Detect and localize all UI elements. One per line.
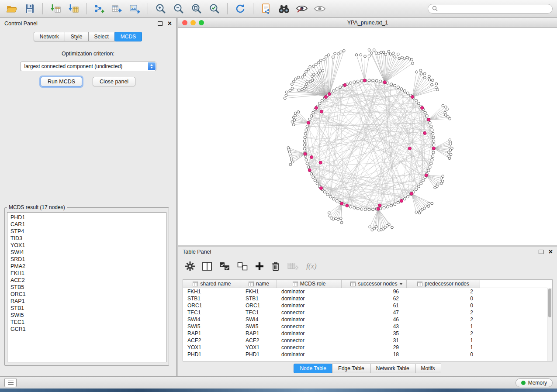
mcds-result-item[interactable]: ORC1 — [10, 291, 163, 298]
table-cell[interactable]: 1 — [407, 344, 480, 351]
table-scrollbar-thumb[interactable] — [548, 289, 551, 317]
close-table-panel-icon[interactable]: × — [549, 249, 553, 255]
table-cell[interactable]: PHD1 — [241, 351, 277, 358]
mcds-result-item[interactable]: PHD1 — [10, 214, 163, 221]
table-cell[interactable]: FKH1 — [241, 289, 277, 295]
optimization-select[interactable]: largest connected component (undirected) — [20, 62, 156, 71]
clone-network-button[interactable] — [259, 2, 273, 15]
table-cell[interactable]: 2 — [407, 309, 480, 316]
table-cell[interactable]: 1 — [407, 323, 480, 330]
table-cell[interactable]: connector — [277, 323, 342, 330]
close-panel-button[interactable]: Close panel — [93, 77, 135, 86]
table-cell[interactable]: 1 — [407, 337, 480, 344]
zoom-selected-button[interactable] — [207, 2, 222, 15]
column-header-successor-nodes[interactable]: successor nodes — [342, 280, 407, 288]
table-cell[interactable]: dominator — [277, 330, 342, 337]
tab-select[interactable]: Select — [88, 32, 115, 41]
table-cell[interactable]: 2 — [407, 316, 480, 323]
table-cell[interactable]: connector — [277, 344, 342, 351]
export-network-button[interactable] — [92, 2, 107, 15]
table-cell[interactable]: 0 — [407, 303, 480, 309]
table-cell[interactable]: 96 — [342, 289, 407, 295]
search-network-button[interactable] — [277, 2, 291, 15]
table-cell[interactable]: TEC1 — [241, 309, 277, 316]
zoom-out-button[interactable] — [171, 2, 186, 15]
table-cell[interactable]: SWI5 — [183, 323, 241, 330]
table-cell[interactable]: ORC1 — [241, 303, 277, 309]
mcds-result-item[interactable]: RAP1 — [10, 298, 163, 305]
mcds-result-item[interactable]: SWI5 — [10, 312, 163, 319]
table-cell[interactable]: YOX1 — [183, 344, 241, 351]
table-cell[interactable]: 31 — [342, 337, 407, 344]
minimize-window-icon[interactable] — [190, 20, 196, 25]
table-cell[interactable]: ORC1 — [183, 303, 241, 309]
table-row[interactable]: YOX1YOX1connector291 — [183, 344, 552, 351]
table-row[interactable]: SWI4SWI4dominator462 — [183, 316, 552, 323]
table-row[interactable]: ORC1ORC1dominator610 — [183, 302, 552, 309]
table-cell[interactable]: SWI5 — [241, 323, 277, 330]
table-cell[interactable]: FKH1 — [183, 289, 241, 295]
table-cell[interactable]: 61 — [342, 303, 407, 309]
table-cell[interactable]: 35 — [342, 330, 407, 337]
memory-button[interactable]: Memory — [515, 378, 553, 387]
task-history-button[interactable] — [4, 378, 17, 387]
table-cell[interactable]: 62 — [342, 296, 407, 302]
close-panel-icon[interactable]: × — [168, 21, 172, 27]
table-cell[interactable]: 47 — [342, 309, 407, 316]
tab-style[interactable]: Style — [65, 32, 89, 41]
table-cell[interactable]: dominator — [277, 296, 342, 302]
table-cell[interactable]: 29 — [342, 344, 407, 351]
table-cell[interactable]: ACE2 — [183, 337, 241, 344]
table-row[interactable]: FKH1FKH1dominator962 — [183, 288, 552, 295]
table-cell[interactable]: 43 — [342, 323, 407, 330]
tab-mcds[interactable]: MCDS — [114, 32, 142, 41]
table-row[interactable]: TEC1TEC1connector472 — [183, 309, 552, 316]
sort-descending-icon[interactable] — [399, 283, 403, 285]
table-cell[interactable]: SWI4 — [183, 316, 241, 323]
open-file-button[interactable] — [4, 2, 19, 15]
column-header-mcds-role[interactable]: MCDS role — [277, 280, 342, 288]
mcds-result-item[interactable]: ACE2 — [10, 277, 163, 284]
delete-column-icon[interactable] — [271, 261, 280, 271]
table-cell[interactable]: STB1 — [241, 296, 277, 302]
mcds-result-item[interactable]: FKH1 — [10, 270, 163, 277]
mcds-result-item[interactable]: STP4 — [10, 228, 163, 235]
import-network-button[interactable] — [48, 2, 63, 15]
mcds-result-item[interactable]: SWI4 — [10, 249, 163, 256]
table-cell[interactable]: TEC1 — [183, 309, 241, 316]
table-cell[interactable]: PHD1 — [183, 351, 241, 358]
table-cell[interactable]: connector — [277, 337, 342, 344]
run-mcds-button[interactable]: Run MCDS — [41, 77, 82, 86]
save-session-button[interactable] — [22, 2, 37, 15]
network-window-titlebar[interactable]: YPA_prune.txt_1 — [178, 18, 557, 28]
zoom-fit-button[interactable] — [189, 2, 204, 15]
column-header-predecessor-nodes[interactable]: predecessor nodes — [407, 280, 480, 288]
column-header-name[interactable]: name — [241, 280, 277, 288]
network-canvas[interactable] — [178, 28, 557, 245]
float-panel-icon[interactable] — [158, 21, 163, 26]
table-cell[interactable]: connector — [277, 309, 342, 316]
table-row[interactable]: ACE2ACE2connector311 — [183, 337, 552, 344]
add-column-icon[interactable] — [255, 262, 264, 271]
table-cell[interactable]: dominator — [277, 289, 342, 295]
hide-graphics-details-button[interactable] — [294, 2, 309, 15]
tab-edge-table[interactable]: Edge Table — [332, 364, 370, 373]
maximize-window-icon[interactable] — [199, 20, 204, 25]
table-row[interactable]: STB1STB1dominator620 — [183, 295, 552, 302]
tab-network-table[interactable]: Network Table — [370, 364, 415, 373]
gear-icon[interactable] — [185, 261, 195, 271]
table-cell[interactable]: SWI4 — [241, 316, 277, 323]
search-box[interactable] — [428, 4, 553, 14]
mcds-result-item[interactable]: GCR1 — [10, 326, 163, 333]
table-cell[interactable]: STB1 — [183, 296, 241, 302]
select-all-icon[interactable] — [219, 262, 230, 271]
table-cell[interactable]: 0 — [407, 351, 480, 358]
mcds-result-item[interactable]: TEC1 — [10, 319, 163, 326]
mcds-result-item[interactable]: YOX1 — [10, 242, 163, 249]
table-cell[interactable]: 46 — [342, 316, 407, 323]
deselect-all-icon[interactable] — [237, 262, 248, 271]
import-table-button[interactable] — [66, 2, 81, 15]
mcds-result-item[interactable]: CAR1 — [10, 221, 163, 228]
network-graph[interactable] — [178, 28, 557, 245]
table-cell[interactable]: RAP1 — [183, 330, 241, 337]
